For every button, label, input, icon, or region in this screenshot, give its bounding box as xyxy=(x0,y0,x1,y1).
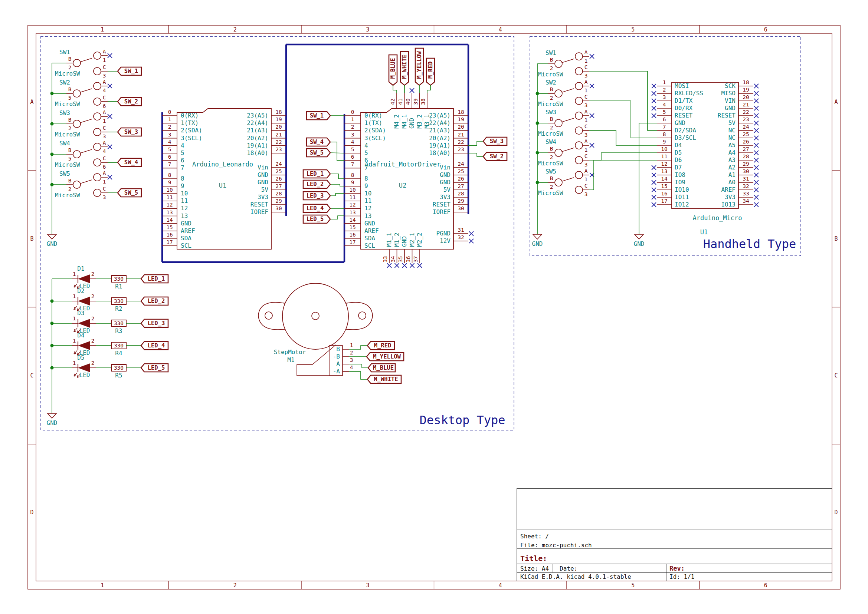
global-label-text: M_YELLOW xyxy=(373,354,401,360)
switch-ref: SW2 xyxy=(59,79,70,86)
pin-number: 19 xyxy=(275,116,282,122)
pin-letter: A xyxy=(103,140,106,146)
pin-number: 32 xyxy=(743,183,749,189)
pin-letter: B xyxy=(68,147,72,153)
pin-name: 4 xyxy=(181,142,184,149)
pin-name: AREF xyxy=(364,227,379,234)
global-label-text: M_RED xyxy=(427,62,434,79)
pin-name: Vin xyxy=(440,164,451,171)
global-label-text: LED_4 xyxy=(148,342,165,349)
desktop-leds[interactable]: GND12D1LED330R1LED_112D2LED330R2LED_212D… xyxy=(47,265,168,426)
u2-right-labels[interactable]: SW_3SW_2 xyxy=(468,137,507,161)
pin-name: 0(RX) xyxy=(364,112,382,119)
global-label-text: SW_4 xyxy=(310,139,324,145)
pin-number: 17 xyxy=(166,239,173,245)
pin-number: 22 xyxy=(457,139,464,145)
switch-pin-circle xyxy=(93,159,101,166)
pin-number: 2 xyxy=(91,271,95,277)
pin-name: D3/SCL xyxy=(675,134,696,141)
frame-row-label: B xyxy=(30,236,33,242)
switch-lever xyxy=(80,88,92,92)
led-ref: D4 xyxy=(77,332,84,339)
pin-name: D4 xyxy=(675,142,682,149)
pin-name: 3V3 xyxy=(725,194,736,201)
component-u1-micro[interactable]: 1MOSI18SCK2RXLED/SS19MISO3D1/TX20VIN4D0/… xyxy=(652,79,759,236)
pin-number: 27 xyxy=(275,183,282,189)
pin-number: 22 xyxy=(743,109,749,115)
switch-lever xyxy=(80,58,92,62)
frame-column-label: 6 xyxy=(764,26,767,33)
pin-number: 2 xyxy=(91,360,95,366)
frame-column-label: 4 xyxy=(499,26,502,33)
pin-number: 3 xyxy=(103,73,106,79)
pin-number: 26 xyxy=(457,176,464,182)
motor-mount-hole xyxy=(358,312,366,319)
pin-name: NC xyxy=(728,134,736,141)
led-triangle xyxy=(79,341,90,350)
pin-number: 36 xyxy=(405,256,411,262)
pin-name: 21(A3) xyxy=(429,127,451,134)
switch-pin-circle xyxy=(575,127,583,134)
frame-column-label: 3 xyxy=(366,582,369,589)
pin-name: GND xyxy=(675,119,685,126)
pin-letter: A xyxy=(585,49,588,55)
switch-pin-circle xyxy=(93,143,101,150)
wire xyxy=(349,372,367,379)
component-ref: U2 xyxy=(399,182,406,189)
pin-number: 2 xyxy=(351,124,355,130)
frame-column-label: 1 xyxy=(101,26,104,33)
global-label-text: M_WHITE xyxy=(401,54,408,79)
pin-name: 18(A0) xyxy=(429,149,451,157)
component-u1-leonardo[interactable]: 00(RX)11(TX)22(SDA)33(SCL)44556677889910… xyxy=(162,109,286,249)
pin-number: 2 xyxy=(550,65,553,71)
switch-lever xyxy=(562,118,574,122)
frame-column-label: 5 xyxy=(631,26,635,33)
pin-letter: A xyxy=(103,79,106,85)
pin-number: 23 xyxy=(457,146,464,152)
pin-number: 19 xyxy=(457,116,464,122)
pin-number: 30 xyxy=(275,205,282,211)
pin-name: M3_1 xyxy=(423,114,431,129)
pin-name: A2 xyxy=(728,164,736,171)
pin-name: D5 xyxy=(675,149,682,156)
component-u2-motordriver[interactable]: 00(RX)11(TX)22(SDA)33(SCL)44556677889910… xyxy=(344,48,473,268)
pin-letter: B xyxy=(68,56,72,62)
pin-number: 27 xyxy=(743,146,749,152)
frame-column-label: 2 xyxy=(233,26,237,33)
component-m1-stepmotor[interactable]: StepMotorM1B1M_RED-B2M_YELLOWA3M_BLUE-A4… xyxy=(258,283,404,383)
pin-number: 3 xyxy=(585,73,588,79)
pin-name: D0/RX xyxy=(675,105,693,112)
switch-ref: SW2 xyxy=(546,79,556,86)
global-label-text: SW_2 xyxy=(124,98,138,105)
global-label-text: M_BLUE xyxy=(373,364,394,371)
wire xyxy=(589,101,657,138)
pin-number: 35 xyxy=(397,256,403,262)
pin-number: 29 xyxy=(457,198,464,204)
gnd-label: GND xyxy=(532,240,543,247)
frame-row-label: D xyxy=(834,509,838,516)
pin-number: 1 xyxy=(351,116,355,122)
pin-number: 8 xyxy=(168,172,171,178)
pin-letter: A xyxy=(585,168,588,174)
pin-number: 39 xyxy=(413,99,418,105)
global-label-text: LED_1 xyxy=(306,171,324,177)
pin-letter: C xyxy=(103,155,106,161)
pin-name: 11 xyxy=(181,197,188,204)
pin-number: 3 xyxy=(168,132,171,138)
pin-number: 40 xyxy=(405,99,411,105)
switch-value: MicroSW xyxy=(55,70,80,77)
u2-left-labels[interactable]: SW_1SW_4SW_5LED_1LED_2LED_3LED_4LED_5 xyxy=(303,112,344,223)
switch-value: MicroSW xyxy=(55,161,80,168)
pin-name: RESET xyxy=(250,201,269,208)
pin-name: 8 xyxy=(181,175,184,182)
switch-pin-circle xyxy=(575,53,583,60)
pin-name: 12 xyxy=(181,205,188,212)
pin-number: 14 xyxy=(166,217,173,223)
global-label-text: SW_2 xyxy=(490,153,504,160)
pin-number: 8 xyxy=(351,172,355,178)
global-label-text: LED_3 xyxy=(148,320,165,327)
resistor-value: 330 xyxy=(114,320,124,326)
pin-number: 15 xyxy=(661,183,667,189)
handheld-switches[interactable]: GNDSW1MicroSWB2A1C3SW2MicroSWB2A1C3SW3Mi… xyxy=(532,49,657,247)
desktop-switches[interactable]: GNDSW1MicroSWB2A1C3SW_1SW2MicroSWB5A4C6S… xyxy=(47,48,142,247)
